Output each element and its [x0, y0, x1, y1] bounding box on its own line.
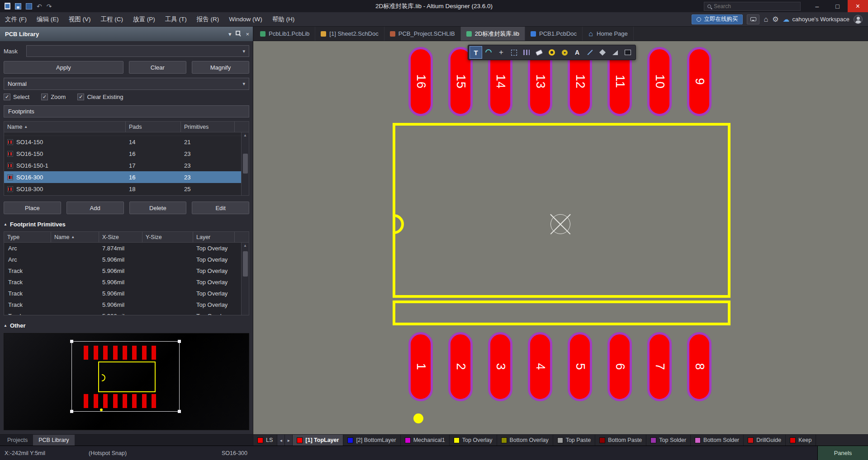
pad[interactable]: 16: [408, 47, 433, 116]
pad[interactable]: 10: [647, 47, 672, 116]
pad[interactable]: 3: [488, 332, 512, 401]
paste-array-tool-icon[interactable]: [521, 47, 532, 58]
footprint-row[interactable]: SO16-150 16 23: [4, 148, 249, 160]
maximize-button[interactable]: □: [827, 0, 848, 12]
pad[interactable]: 7: [647, 332, 672, 401]
user-avatar-icon[interactable]: [854, 15, 863, 24]
place-fill-tool-icon[interactable]: [597, 47, 608, 58]
pad[interactable]: 1: [408, 332, 433, 401]
tab-pcb-library[interactable]: PCB Library: [33, 435, 74, 446]
menu-item[interactable]: 报告 (R): [192, 12, 224, 26]
other-section-header[interactable]: ▲ Other: [4, 322, 249, 329]
workspace-button[interactable]: ☁ cahoyue's Workspace: [783, 15, 849, 23]
pad[interactable]: 2: [448, 332, 473, 401]
document-tab[interactable]: PCB_Project.SCHLIB: [384, 27, 461, 41]
footprint-primitives-section-header[interactable]: ▲ Footprint Primitives: [4, 221, 249, 228]
selection-handle[interactable]: [70, 410, 73, 413]
component-origin-marker[interactable]: [550, 214, 570, 234]
panels-button[interactable]: Panels: [817, 446, 868, 460]
silkscreen-pin1-notch[interactable]: [384, 214, 404, 234]
selection-handle[interactable]: [178, 340, 181, 343]
layer-tab[interactable]: Top Overlay: [450, 435, 497, 446]
footprint-row[interactable]: SO16-300 16 23: [4, 171, 249, 183]
layer-tab[interactable]: Top Solder: [646, 435, 691, 446]
document-tab[interactable]: 2D标准封装库.lib: [461, 27, 525, 41]
pin-icon[interactable]: [236, 31, 241, 38]
layer-tab[interactable]: [1] TopLayer: [293, 435, 343, 446]
footprints-section-header[interactable]: Footprints: [4, 105, 249, 117]
primitives-scrollbar[interactable]: ▲: [241, 243, 249, 315]
place-text-tool-icon[interactable]: T: [470, 47, 482, 58]
settings-button[interactable]: ⚙: [772, 16, 778, 23]
primitive-row[interactable]: Track 5.906mil Top Overlay: [4, 288, 249, 299]
menu-item[interactable]: 帮助 (H): [267, 12, 300, 26]
layer-tab[interactable]: Top Paste: [553, 435, 596, 446]
crosshair-tool-icon[interactable]: +: [495, 47, 507, 58]
footprint-row[interactable]: SO16-150-1 17 23: [4, 160, 249, 171]
selection-handle[interactable]: [70, 340, 73, 343]
eraser-tool-icon[interactable]: [533, 47, 545, 58]
scroll-up-icon[interactable]: ▲: [243, 132, 247, 138]
edit-button[interactable]: Edit: [192, 202, 249, 214]
footprints-scrollbar[interactable]: ▲: [241, 132, 249, 195]
select-region-tool-icon[interactable]: [508, 47, 520, 58]
new-document-icon[interactable]: [5, 3, 10, 9]
menu-item[interactable]: Window (W): [224, 12, 267, 26]
place-via-tool-icon[interactable]: [559, 47, 570, 58]
primitive-row[interactable]: Track 5.906mil Top Overlay: [4, 310, 249, 315]
layer-set-chip[interactable]: LS: [253, 435, 277, 446]
primitive-row[interactable]: Arc 5.906mil Top Overlay: [4, 254, 249, 265]
buy-online-button[interactable]: 立即在线购买: [692, 14, 743, 24]
apply-button[interactable]: Apply: [4, 61, 123, 74]
primitive-row[interactable]: Arc 7.874mil Top Overlay: [4, 243, 249, 254]
layer-tab[interactable]: Bottom Overlay: [497, 435, 553, 446]
column-header-name[interactable]: Name▲: [4, 122, 126, 132]
layer-tab[interactable]: Mechanical1: [401, 435, 450, 446]
document-tab[interactable]: [1] Sheet2.SchDoc: [315, 27, 384, 41]
silkscreen-body-outline[interactable]: [393, 123, 730, 298]
delete-button[interactable]: Delete: [129, 202, 187, 214]
pcb-canvas[interactable]: T +: [253, 41, 868, 434]
menu-item[interactable]: 文件 (F): [0, 12, 32, 26]
layer-tab[interactable]: Bottom Paste: [595, 435, 646, 446]
layer-tab[interactable]: Bottom Solder: [691, 435, 744, 446]
layer-tab[interactable]: Keep: [786, 435, 816, 446]
document-tab[interactable]: PcbLib1.PcbLib: [255, 27, 315, 41]
panel-menu-icon[interactable]: ▾: [228, 31, 232, 38]
fiducial-donut-pad[interactable]: [413, 413, 423, 423]
scroll-up-icon[interactable]: ▲: [243, 243, 247, 249]
undo-icon[interactable]: ↶: [37, 3, 42, 9]
menu-item[interactable]: 放置 (P): [128, 12, 160, 26]
document-tab[interactable]: ⌂ Home Page: [583, 27, 634, 41]
place-button[interactable]: Place: [4, 202, 61, 214]
place-graphics-tool-icon[interactable]: [622, 47, 634, 58]
menu-item[interactable]: 编辑 (E): [32, 12, 64, 26]
pad[interactable]: 8: [687, 332, 711, 401]
selection-handle[interactable]: [178, 410, 181, 413]
pad[interactable]: 6: [607, 332, 632, 401]
option-checkbox[interactable]: Clear Existing: [77, 94, 123, 100]
comments-button[interactable]: [747, 14, 759, 24]
save-all-icon[interactable]: [26, 3, 32, 9]
magnify-button[interactable]: Magnify: [192, 61, 249, 74]
mode-dropdown[interactable]: Normal ▾: [4, 78, 249, 90]
document-tab[interactable]: PCB1.PcbDoc: [525, 27, 583, 41]
layer-tab[interactable]: DrillGuide: [744, 435, 786, 446]
pad[interactable]: 4: [528, 332, 552, 401]
search-input[interactable]: [714, 3, 797, 9]
home-button[interactable]: ⌂: [764, 16, 768, 23]
primitive-row[interactable]: Track 5.906mil Top Overlay: [4, 299, 249, 310]
clear-button[interactable]: Clear: [129, 61, 186, 74]
redo-icon[interactable]: ↷: [47, 3, 52, 9]
tab-projects[interactable]: Projects: [2, 435, 33, 446]
column-header-xsize[interactable]: X-Size: [99, 232, 142, 242]
panel-close-icon[interactable]: ×: [246, 31, 249, 38]
minimize-button[interactable]: –: [807, 0, 827, 12]
pad[interactable]: 5: [568, 332, 592, 401]
primitive-row[interactable]: Track 5.906mil Top Overlay: [4, 277, 249, 288]
close-button[interactable]: ×: [848, 0, 868, 12]
footprint-row[interactable]: SO14-150 14 21: [4, 136, 249, 148]
scroll-layers-right-arrow[interactable]: ▸: [285, 435, 293, 446]
place-arc-tool-icon[interactable]: [483, 47, 494, 58]
option-checkbox[interactable]: Select: [4, 94, 29, 100]
